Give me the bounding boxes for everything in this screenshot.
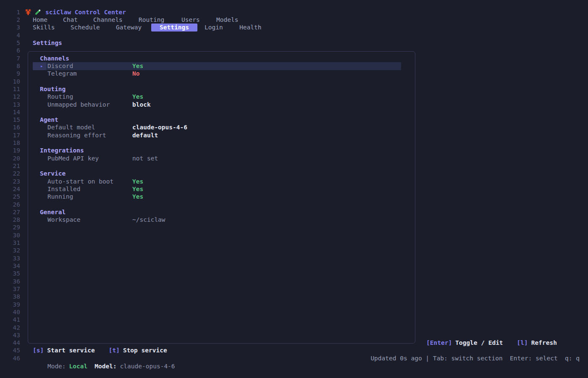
line-number: 44 bbox=[0, 339, 20, 347]
tab-health[interactable]: Health bbox=[239, 24, 261, 32]
statusbar-model-label: Model: bbox=[94, 363, 116, 370]
hotkey-t: [t]Stop service bbox=[109, 347, 167, 354]
app-title: sciClaw Control Center bbox=[45, 8, 126, 16]
line-number: 31 bbox=[0, 239, 20, 247]
statusbar-mode-value: Local bbox=[69, 363, 88, 370]
hotkey-label: Stop service bbox=[123, 347, 167, 354]
hotkey-key: [l] bbox=[517, 339, 528, 346]
section-title-general: General bbox=[0, 208, 588, 216]
setting-row-pubmed-api-key[interactable]: PubMed API keynot set bbox=[0, 155, 588, 163]
setting-value: ~/sciclaw bbox=[132, 216, 165, 224]
hotkey-key: [t] bbox=[109, 347, 120, 354]
setting-label: Discord bbox=[47, 62, 73, 70]
setting-row-auto-start-on-boot[interactable]: Auto-start on bootYes bbox=[0, 178, 588, 186]
main-nav-row-1: HomeChatChannelsRoutingUsersModels bbox=[0, 16, 588, 24]
hotkey-label: Start service bbox=[47, 347, 95, 354]
line-number: 26 bbox=[0, 201, 20, 209]
setting-value: block bbox=[132, 101, 151, 109]
lobster-icon bbox=[24, 8, 32, 16]
line-number: 32 bbox=[0, 247, 20, 255]
setting-row-discord[interactable]: ▸DiscordYes bbox=[0, 62, 588, 70]
hotkey-enter: [Enter]Toggle / Edit bbox=[426, 339, 503, 346]
tab-models[interactable]: Models bbox=[216, 16, 238, 24]
line-number: 10 bbox=[0, 78, 20, 86]
tab-skills[interactable]: Skills bbox=[33, 24, 55, 32]
section-title-integrations: Integrations bbox=[0, 147, 588, 155]
line-number: 36 bbox=[0, 278, 20, 286]
setting-label: Default model bbox=[47, 123, 95, 131]
setting-value: claude-opus-4-6 bbox=[132, 123, 187, 131]
line-number: 21 bbox=[0, 162, 20, 170]
hotkey-key: [Enter] bbox=[426, 339, 452, 346]
setting-value: No bbox=[132, 70, 139, 78]
tab-settings[interactable]: Settings bbox=[151, 24, 197, 32]
setting-label: Unmapped behavior bbox=[47, 101, 110, 109]
setting-row-workspace[interactable]: Workspace~/sciclaw bbox=[0, 216, 588, 224]
setting-value: Yes bbox=[132, 185, 143, 193]
setting-label: Routing bbox=[47, 93, 73, 101]
line-number: 34 bbox=[0, 262, 20, 270]
setting-row-running[interactable]: RunningYes bbox=[0, 193, 588, 201]
line-number: 4 bbox=[0, 32, 20, 39]
sciclaw-control-center-window: 1234567891011121314151617181920212223242… bbox=[0, 0, 588, 378]
section-title-routing: Routing bbox=[0, 85, 588, 93]
tab-gateway[interactable]: Gateway bbox=[116, 24, 142, 32]
hotkey-key: [s] bbox=[33, 347, 44, 354]
tab-login[interactable]: Login bbox=[205, 24, 223, 32]
section-title-text: General bbox=[40, 208, 66, 216]
service-hotkey-hints: [s]Start service[t]Stop service bbox=[0, 346, 588, 354]
line-number: 37 bbox=[0, 285, 20, 293]
line-number: 38 bbox=[0, 293, 20, 301]
setting-row-installed[interactable]: InstalledYes bbox=[0, 185, 588, 193]
setting-value: Yes bbox=[132, 62, 143, 70]
setting-value: not set bbox=[132, 155, 158, 163]
page-title: Settings bbox=[0, 39, 588, 47]
line-number: 35 bbox=[0, 270, 20, 278]
statusbar-info: Updated 0s ago | Tab: switch section Ent… bbox=[370, 354, 580, 362]
statusbar-model-value: claude-opus-4-6 bbox=[120, 363, 175, 370]
section-title-text: Integrations bbox=[40, 147, 84, 155]
line-number: 29 bbox=[0, 223, 20, 231]
setting-label: Workspace bbox=[47, 216, 81, 224]
status-bar: Mode:LocalModel:claude-opus-4-6 Updated … bbox=[0, 354, 588, 362]
section-title-channels: Channels bbox=[0, 55, 588, 63]
line-number: 33 bbox=[0, 255, 20, 262]
tab-channels[interactable]: Channels bbox=[93, 16, 123, 24]
section-title-text: Routing bbox=[40, 85, 66, 93]
app-title-bar: sciClaw Control Center bbox=[0, 8, 588, 16]
line-number: 14 bbox=[0, 108, 20, 116]
section-title-text: Service bbox=[40, 170, 66, 178]
hotkey-s: [s]Start service bbox=[33, 347, 95, 354]
section-title-service: Service bbox=[0, 170, 588, 178]
test-tube-icon bbox=[34, 8, 42, 16]
selection-arrow-icon: ▸ bbox=[40, 62, 43, 70]
setting-value: Yes bbox=[132, 193, 143, 201]
setting-row-telegram[interactable]: TelegramNo bbox=[0, 70, 588, 78]
statusbar-mode-label: Mode: bbox=[47, 363, 66, 370]
tab-schedule[interactable]: Schedule bbox=[71, 24, 100, 32]
setting-label: Auto-start on boot bbox=[47, 178, 113, 186]
panel-hotkey-hints: [Enter]Toggle / Edit[l]Refresh bbox=[426, 339, 571, 347]
tab-home[interactable]: Home bbox=[33, 16, 47, 24]
setting-row-routing[interactable]: RoutingYes bbox=[0, 93, 588, 101]
hotkey-l: [l]Refresh bbox=[517, 339, 557, 346]
line-number: 18 bbox=[0, 139, 20, 147]
setting-label: PubMed API key bbox=[47, 155, 99, 163]
selected-row-highlight bbox=[33, 62, 401, 70]
main-nav-row-2: SkillsScheduleGatewaySettingsLoginHealth bbox=[0, 24, 588, 32]
line-number: 42 bbox=[0, 324, 20, 332]
line-number: 40 bbox=[0, 308, 20, 316]
tab-chat[interactable]: Chat bbox=[63, 16, 78, 24]
tab-routing[interactable]: Routing bbox=[139, 16, 164, 24]
setting-value: default bbox=[132, 131, 158, 139]
setting-row-unmapped-behavior[interactable]: Unmapped behaviorblock bbox=[0, 101, 588, 109]
section-title-text: Agent bbox=[40, 116, 58, 124]
section-title-text: Channels bbox=[40, 55, 69, 63]
setting-row-default-model[interactable]: Default modelclaude-opus-4-6 bbox=[0, 123, 588, 131]
tab-users[interactable]: Users bbox=[181, 16, 200, 24]
selected-row-marker-cell bbox=[33, 62, 46, 70]
setting-label: Running bbox=[47, 193, 73, 201]
setting-value: Yes bbox=[132, 178, 143, 186]
setting-row-reasoning-effort[interactable]: Reasoning effortdefault bbox=[0, 131, 588, 139]
setting-value: Yes bbox=[132, 93, 143, 101]
